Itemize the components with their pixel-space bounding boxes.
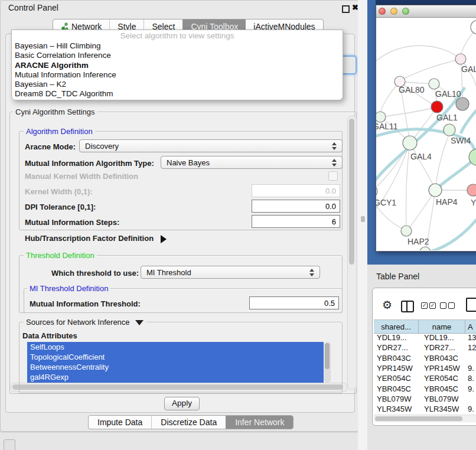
table-row[interactable]: YPR145WYPR145W9.	[374, 363, 476, 373]
network-node[interactable]	[455, 54, 466, 64]
network-node[interactable]	[403, 136, 417, 150]
network-edge	[408, 190, 435, 229]
algorithm-option[interactable]: Mutual Information Inference	[12, 70, 343, 80]
tab-impute-data[interactable]: Impute Data	[89, 416, 151, 429]
network-node[interactable]	[467, 184, 476, 196]
network-node-label: GAL1	[436, 113, 458, 122]
table-row[interactable]: YER054CYER054C8.	[374, 373, 476, 383]
attributes-vscrollbar[interactable]	[324, 342, 331, 383]
aracne-mode-combo[interactable]: Discovery	[79, 139, 343, 152]
deselect-all-checkboxes-icon[interactable]	[440, 302, 455, 309]
collapsed-panel-button[interactable]	[4, 439, 15, 450]
mi-threshold-definition-title: MI Threshold Definition	[27, 284, 110, 293]
new-table-icon[interactable]	[466, 298, 476, 312]
manual-kernel-checkbox[interactable]	[328, 171, 338, 181]
table-row[interactable]: YLR345WYLR345W9.	[374, 404, 476, 414]
float-panel-icon[interactable]	[342, 5, 350, 13]
table-row[interactable]: YBL079WYBL079W	[374, 394, 476, 404]
mi-steps-label: Mutual Information Steps:	[25, 218, 119, 227]
table-cell: 12	[465, 343, 476, 352]
network-node[interactable]	[456, 97, 469, 110]
column-layout-icon[interactable]	[401, 301, 414, 312]
table-cell: 13	[465, 333, 476, 342]
tab-discretize-data[interactable]: Discretize Data	[151, 416, 226, 429]
dpi-tolerance-field[interactable]	[252, 200, 340, 213]
algorithm-definition-title: Algorithm Definition	[24, 127, 95, 136]
network-canvas[interactable]: GALGAL80GAL10GAL1GAL11SWI4GAL4GCY1HAP4YH…	[376, 18, 476, 250]
attributes-vscrollbar-thumb[interactable]	[325, 343, 330, 369]
table-row[interactable]: YBR045CYBR045C9.	[374, 383, 476, 393]
tab-infer-network[interactable]: Infer Network	[226, 416, 293, 429]
column-header-partial[interactable]: A	[465, 320, 476, 333]
table-row[interactable]: YBR043CYBR043C	[374, 353, 476, 363]
data-attribute-item[interactable]: BetweennessCentrality	[27, 362, 324, 372]
which-threshold-combo[interactable]: MI Threshold	[141, 266, 320, 279]
data-attribute-item[interactable]: SelfLoops	[27, 342, 324, 352]
algorithm-option[interactable]: Basic Correlation Inference	[12, 51, 343, 60]
close-window-icon[interactable]	[379, 8, 386, 15]
settings-vscrollbar-thumb[interactable]	[349, 119, 354, 265]
settings-vscrollbar[interactable]	[347, 116, 357, 390]
algorithm-option[interactable]: Dream8 DC_TDC Algorithm	[12, 89, 343, 99]
table-cell: YBR043C	[419, 354, 465, 363]
expand-down-icon	[135, 320, 144, 325]
combo-spinner-icon	[332, 159, 337, 167]
table-hscrollbar-thumb[interactable]	[375, 416, 462, 421]
desktop-area: GALGAL80GAL10GAL1GAL11SWI4GAL4GCY1HAP4YH…	[367, 0, 476, 450]
table-row[interactable]: YDL19...YDL19...13	[374, 332, 476, 343]
table-cell: YLR345W	[374, 405, 419, 413]
table-cell: YDL19...	[374, 333, 419, 342]
mi-steps-field[interactable]	[252, 215, 340, 228]
network-window-titlebar[interactable]	[376, 5, 476, 18]
network-edge	[436, 133, 449, 185]
window-frame-top	[376, 0, 476, 5]
algorithm-option[interactable]: Bayesian – K2	[12, 80, 343, 89]
control-panel-window: Control Panel ✖ Network Style Select Cyn…	[0, 0, 359, 432]
network-node[interactable]	[431, 101, 443, 113]
table-settings-gear-icon[interactable]: ⚙	[382, 298, 392, 312]
kernel-width-field[interactable]	[252, 184, 340, 197]
table-cell: YER054C	[419, 374, 465, 383]
which-threshold-label: Which threshold to use:	[51, 269, 139, 278]
mi-type-combo[interactable]: Naive Bayes	[161, 156, 343, 169]
network-node[interactable]	[401, 226, 412, 236]
table-row[interactable]: YDR27...YDR27...12	[374, 343, 476, 353]
table-panel-title: Table Panel	[376, 272, 419, 281]
network-edge	[426, 214, 476, 250]
hub-definition-toggle[interactable]: Hub/Transcription Factor Definition	[25, 234, 167, 243]
split-divider[interactable]	[358, 0, 367, 450]
table-cell: YDL19...	[419, 333, 465, 342]
algorithm-option[interactable]: ARACNE Algorithm	[12, 61, 343, 70]
column-header-name[interactable]: name	[419, 320, 465, 333]
minimize-window-icon[interactable]	[390, 8, 397, 15]
combo-spinner-icon	[332, 142, 337, 150]
settings-group-title: Cyni Algorithm Settings	[13, 107, 97, 116]
network-node[interactable]	[420, 247, 431, 250]
table-cell: 9.	[465, 384, 476, 393]
aracne-mode-label: Aracne Mode:	[25, 142, 76, 151]
table-hscrollbar[interactable]	[374, 415, 476, 422]
tab-impute-data-label: Impute Data	[97, 418, 142, 427]
column-header-shared-name[interactable]: shared...	[374, 320, 419, 333]
sources-toggle[interactable]: Sources for Network Inference	[24, 318, 146, 327]
network-node[interactable]	[429, 184, 442, 197]
divider-handle-icon[interactable]	[361, 216, 365, 222]
select-all-checkboxes-icon[interactable]: ✓✓	[421, 302, 436, 309]
algorithm-dropdown-popup: Select algorithm to view settings Bayesi…	[11, 30, 343, 100]
network-node[interactable]	[376, 112, 386, 122]
data-attribute-item[interactable]: gal4RGexp	[27, 372, 324, 382]
network-node[interactable]	[429, 79, 439, 89]
network-edge	[401, 59, 461, 80]
network-node[interactable]	[471, 20, 476, 34]
threshold-definition-title: Threshold Definition	[24, 251, 97, 260]
maximize-window-icon[interactable]	[402, 8, 409, 15]
mi-threshold-field[interactable]	[249, 296, 339, 309]
table-cell: YPR145W	[374, 364, 419, 373]
table-cell: YBR045C	[419, 384, 465, 393]
table-cell: YBL079W	[374, 394, 419, 403]
network-node[interactable]	[444, 124, 455, 136]
tab-discretize-data-label: Discretize Data	[161, 418, 217, 427]
algorithm-option[interactable]: Bayesian – Hill Climbing	[12, 41, 343, 51]
data-attribute-item[interactable]: TopologicalCoefficient	[27, 352, 324, 362]
apply-button[interactable]: Apply	[164, 397, 200, 410]
